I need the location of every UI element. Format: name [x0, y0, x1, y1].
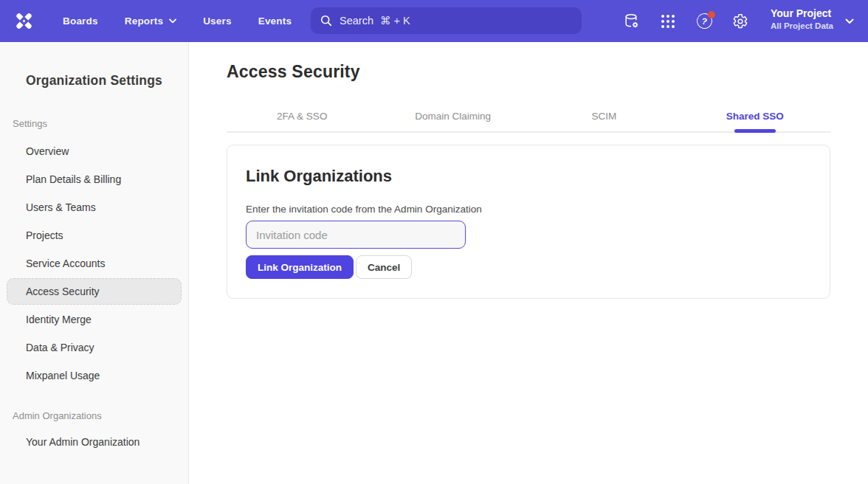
sidebar-item-data-privacy[interactable]: Data & Privacy	[0, 333, 188, 362]
apps-grid-button[interactable]	[660, 13, 676, 30]
primary-nav: Boards Reports Users Events	[63, 0, 292, 42]
sidebar-item-service-accounts[interactable]: Service Accounts	[0, 249, 188, 277]
sidebar-admin-list: Your Admin Organization	[0, 428, 188, 456]
apps-grid-icon	[661, 15, 675, 28]
nav-reports-label: Reports	[125, 15, 163, 27]
sidebar-item-overview[interactable]: Overview	[0, 137, 188, 165]
settings-gear-icon	[732, 13, 748, 30]
mixpanel-logo-icon	[13, 10, 35, 32]
access-security-tabs: 2FA & SSO Domain Claiming SCIM Shared SS…	[227, 100, 830, 133]
data-management-button[interactable]	[624, 13, 640, 30]
chevron-down-icon	[845, 18, 854, 24]
mixpanel-logo[interactable]	[13, 10, 35, 32]
active-tab-underline	[734, 129, 776, 133]
card-title: Link Organizations	[246, 167, 811, 186]
main-content: Access Security 2FA & SSO Domain Claimin…	[190, 42, 868, 484]
project-subtitle: All Project Data	[771, 21, 833, 30]
top-navbar: Boards Reports Users Events Search ⌘ + K	[0, 0, 868, 42]
nav-users[interactable]: Users	[203, 15, 232, 27]
sidebar-title: Organization Settings	[0, 73, 188, 89]
nav-reports[interactable]: Reports	[125, 15, 176, 27]
sidebar-item-identity-merge[interactable]: Identity Merge	[0, 305, 188, 333]
tab-domain-claiming[interactable]: Domain Claiming	[378, 100, 529, 131]
sidebar-settings-list: Overview Plan Details & Billing Users & …	[0, 137, 188, 390]
link-organizations-card: Link Organizations Enter the invitation …	[227, 145, 830, 299]
invitation-code-label: Enter the invitation code from the Admin…	[246, 204, 811, 215]
navbar-icon-group: ?	[624, 0, 748, 42]
sidebar-item-mixpanel-usage[interactable]: Mixpanel Usage	[0, 362, 188, 390]
project-switcher-labels: Your Project All Project Data	[771, 7, 833, 30]
data-management-icon	[624, 13, 640, 30]
search-icon	[320, 15, 332, 27]
invitation-code-input[interactable]	[246, 221, 466, 249]
sidebar-item-your-admin-organization[interactable]: Your Admin Organization	[0, 428, 188, 456]
link-organization-button[interactable]: Link Organization	[246, 255, 354, 279]
tab-shared-sso-label: Shared SSO	[726, 111, 784, 122]
chevron-down-icon	[169, 18, 176, 24]
search-shortcut: ⌘ + K	[380, 15, 410, 27]
search-placeholder: Search	[340, 15, 373, 27]
tab-scim[interactable]: SCIM	[528, 100, 680, 131]
page-title: Access Security	[227, 62, 830, 82]
nav-events[interactable]: Events	[258, 15, 292, 27]
card-actions: Link Organization Cancel	[246, 255, 811, 279]
cancel-button[interactable]: Cancel	[356, 255, 412, 279]
sidebar-item-access-security[interactable]: Access Security	[7, 278, 182, 305]
sidebar-item-plan-details-billing[interactable]: Plan Details & Billing	[0, 165, 188, 193]
search-input[interactable]: Search ⌘ + K	[311, 7, 582, 34]
project-name: Your Project	[771, 7, 833, 19]
help-glyph: ?	[700, 15, 709, 27]
notification-dot	[708, 11, 715, 18]
settings-sidebar: Organization Settings Settings Overview …	[0, 42, 189, 484]
tab-shared-sso[interactable]: Shared SSO	[680, 100, 831, 131]
settings-button[interactable]	[732, 13, 748, 30]
project-switcher[interactable]: Your Project All Project Data	[771, 7, 854, 30]
tab-2fa-sso[interactable]: 2FA & SSO	[227, 100, 378, 131]
nav-boards[interactable]: Boards	[63, 15, 98, 27]
sidebar-item-users-teams[interactable]: Users & Teams	[0, 193, 188, 221]
sidebar-section-settings: Settings	[13, 118, 188, 129]
help-button[interactable]: ?	[696, 13, 712, 30]
sidebar-section-admin-organizations: Admin Organizations	[13, 410, 188, 421]
sidebar-item-projects[interactable]: Projects	[0, 221, 188, 249]
